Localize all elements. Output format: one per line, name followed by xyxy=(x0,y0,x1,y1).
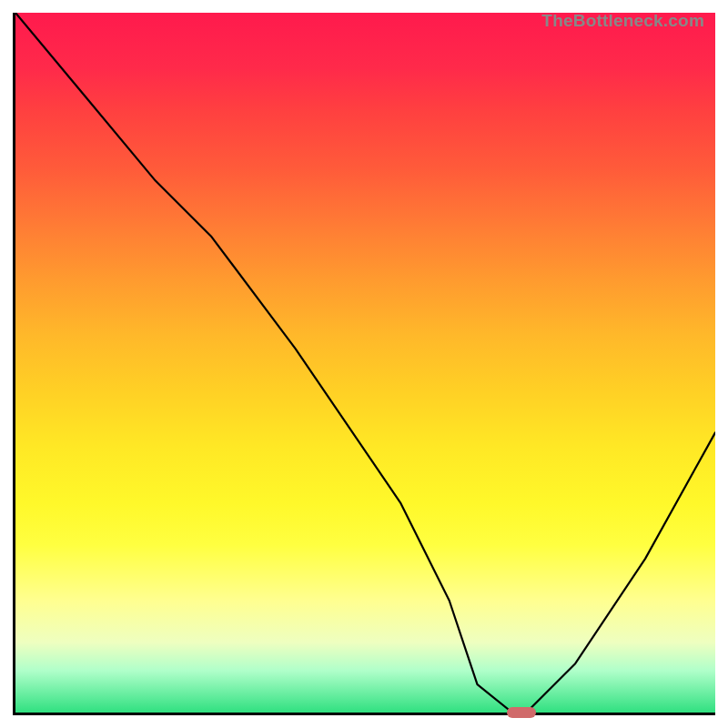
optimal-marker xyxy=(507,707,536,718)
bottleneck-curve-path xyxy=(15,13,715,713)
curve-svg xyxy=(15,13,715,713)
chart-plot-area: TheBottleneck.com xyxy=(13,13,715,715)
